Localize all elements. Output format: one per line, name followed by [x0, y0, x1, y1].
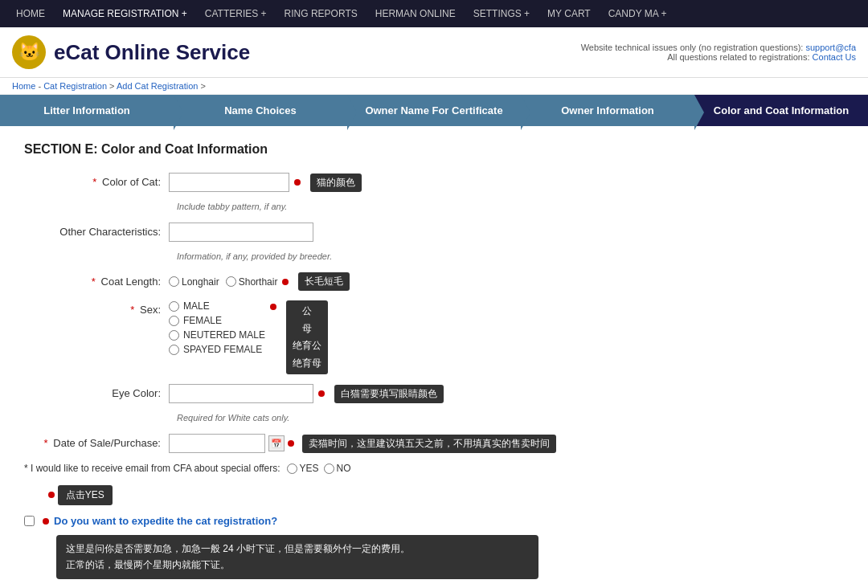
expedite-checkbox[interactable]	[24, 516, 35, 526]
color-of-cat-label: * Color of Cat:	[24, 173, 169, 188]
color-of-cat-input[interactable]	[169, 173, 289, 192]
header-contact-info: Website technical issues only (no regist…	[581, 43, 856, 62]
color-of-cat-group: * Color of Cat: 猫的颜色	[24, 173, 844, 192]
wizard-navigation: Litter Information Name Choices Owner Na…	[0, 95, 868, 126]
date-label: * Date of Sale/Purchase:	[24, 434, 169, 449]
tab-litter-information[interactable]: Litter Information	[0, 95, 174, 126]
longhair-radio[interactable]	[169, 276, 179, 287]
nav-home[interactable]: HOME	[8, 0, 53, 27]
coat-annotation-dot	[282, 279, 289, 285]
tab-color-coat[interactable]: Color and Coat Information	[694, 95, 868, 126]
sex-options-group: MALE FEMALE NEUTERED MALE SPAYED FEMALE	[169, 300, 265, 355]
eye-color-label: Eye Color:	[24, 384, 169, 399]
contact-us-link[interactable]: Contact Us	[813, 52, 856, 62]
main-content: SECTION E: Color and Coat Information * …	[0, 126, 868, 588]
nav-ring-reports[interactable]: RING REPORTS	[276, 0, 366, 27]
eye-annotation-dot	[318, 390, 325, 397]
yes-option[interactable]: YES	[287, 463, 319, 474]
coat-length-label: * Coat Length:	[24, 272, 169, 288]
date-annotation-dot	[288, 440, 294, 447]
sex-label: * Sex:	[24, 300, 169, 316]
nav-manage-registration[interactable]: MANAGE REGISTRATION +	[55, 0, 195, 27]
coat-length-group: * Coat Length: Longhair Shorthair 长毛短毛	[24, 272, 844, 291]
site-title: eCat Online Service	[54, 40, 250, 65]
shorthair-option[interactable]: Shorthair	[226, 276, 278, 288]
female-option[interactable]: FEMALE	[169, 315, 265, 326]
longhair-option[interactable]: Longhair	[169, 276, 219, 288]
email-preference-row: * I would like to receive email from CFA…	[24, 463, 844, 474]
breadcrumb: Home - Cat Registration > Add Cat Regist…	[0, 78, 868, 95]
expedite-annotation-tooltip: 这里是问你是否需要加急，加急一般 24 小时下证，但是需要额外付一定的费用。 正…	[56, 535, 538, 578]
annotation-dot	[294, 179, 301, 186]
expedite-row: Do you want to expedite the cat registra…	[24, 515, 844, 527]
required-star-sex: *	[130, 304, 134, 316]
expedite-dot	[43, 518, 49, 525]
breadcrumb-home[interactable]: Home	[12, 81, 35, 91]
required-star: *	[92, 176, 96, 188]
tab-name-choices[interactable]: Name Choices	[174, 95, 347, 126]
support-email-link[interactable]: support@cfa	[805, 43, 856, 52]
header-logo-area: 🐱 eCat Online Service	[12, 35, 250, 69]
date-input[interactable]	[169, 434, 265, 453]
breadcrumb-add-cat[interactable]: Add Cat Registration	[117, 81, 199, 91]
color-annotation-tooltip: 猫的颜色	[310, 174, 362, 192]
nav-candy[interactable]: CANDY MA +	[600, 0, 675, 27]
spayed-female-option[interactable]: SPAYED FEMALE	[169, 344, 265, 355]
male-option[interactable]: MALE	[169, 300, 265, 312]
other-char-label: Other Characteristics:	[24, 223, 169, 238]
shorthair-radio[interactable]	[226, 276, 236, 287]
spayed-female-radio[interactable]	[169, 345, 179, 355]
contact-text: All questions related to registrations: …	[581, 52, 856, 62]
page-header: 🐱 eCat Online Service Website technical …	[0, 27, 868, 78]
date-annotation-tooltip: 卖猫时间，这里建议填五天之前，不用填真实的售卖时间	[302, 435, 556, 453]
sex-annotation-dot	[270, 304, 276, 310]
sex-annotation-tooltip: 公 母 绝育公 绝育母	[286, 300, 328, 374]
eye-annotation-tooltip: 白猫需要填写眼睛颜色	[334, 385, 444, 403]
eye-color-hint: Required for White cats only.	[177, 413, 844, 423]
nav-settings[interactable]: SETTINGS +	[465, 0, 538, 27]
eye-color-input[interactable]	[169, 384, 313, 403]
click-yes-annotation: 点击YES	[58, 485, 113, 505]
required-star-date: *	[44, 437, 48, 449]
expedite-label[interactable]: Do you want to expedite the cat registra…	[54, 515, 277, 527]
eye-color-group: Eye Color: 白猫需要填写眼睛颜色	[24, 384, 844, 403]
other-characteristics-group: Other Characteristics:	[24, 223, 844, 242]
nav-catteries[interactable]: CATTERIES +	[197, 0, 275, 27]
date-group: * Date of Sale/Purchase: 📅 卖猫时间，这里建议填五天之…	[24, 434, 844, 453]
coat-radio-group: Longhair Shorthair	[169, 276, 277, 288]
nav-herman-online[interactable]: HERMAN ONLINE	[367, 0, 464, 27]
info-provided-hint: Information, if any, provided by breeder…	[177, 251, 844, 261]
top-navigation: HOME MANAGE REGISTRATION + CATTERIES + R…	[0, 0, 868, 27]
no-option[interactable]: NO	[324, 463, 351, 474]
tabby-hint: Include tabby pattern, if any.	[177, 202, 844, 211]
tab-owner-information[interactable]: Owner Information	[521, 95, 694, 126]
calendar-icon[interactable]: 📅	[268, 435, 285, 451]
neutered-male-radio[interactable]	[169, 330, 179, 341]
yes-radio[interactable]	[287, 463, 297, 474]
sex-group: * Sex: MALE FEMALE NEUTERED MALE	[24, 300, 844, 374]
no-radio[interactable]	[324, 463, 334, 474]
coat-annotation-tooltip: 长毛短毛	[298, 272, 350, 291]
male-radio[interactable]	[169, 301, 179, 312]
nav-my-cart[interactable]: MY CART	[539, 0, 599, 27]
breadcrumb-cat-registration[interactable]: Cat Registration	[43, 81, 107, 91]
yes-annotation-dot	[48, 492, 55, 498]
email-label: * I would like to receive email from CFA…	[24, 463, 280, 474]
tab-owner-name[interactable]: Owner Name For Certificate	[347, 95, 521, 126]
support-text: Website technical issues only (no regist…	[581, 43, 856, 52]
required-star-coat: *	[92, 276, 96, 288]
logo-icon: 🐱	[12, 35, 46, 69]
female-radio[interactable]	[169, 316, 179, 326]
other-char-input[interactable]	[169, 223, 313, 242]
neutered-male-option[interactable]: NEUTERED MALE	[169, 329, 265, 341]
section-title: SECTION E: Color and Coat Information	[24, 142, 844, 157]
